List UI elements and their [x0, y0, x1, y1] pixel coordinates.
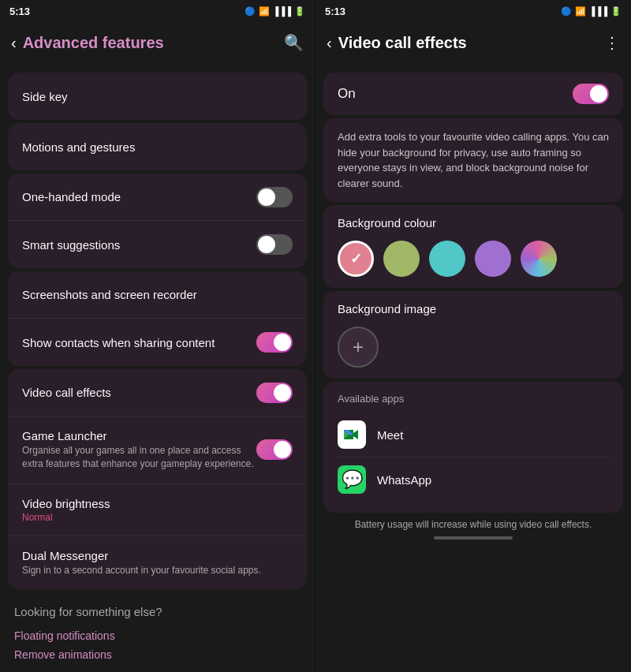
setting-item-motions[interactable]: Motions and gestures: [8, 123, 307, 170]
dual-messenger-description: Sign in to a second account in your favo…: [22, 564, 293, 577]
setting-item-video-call-effects[interactable]: Video call effects: [8, 369, 307, 416]
motions-label: Motions and gestures: [22, 140, 293, 154]
smart-suggestions-label: Smart suggestions: [22, 238, 256, 252]
settings-group-2: Motions and gestures: [8, 123, 307, 170]
status-icons-left: 🔵 📶 ▐▐▐ 🔋: [245, 6, 305, 17]
settings-group-3: One-handed mode Smart suggestions: [8, 174, 307, 268]
scroll-indicator-right: [434, 536, 513, 539]
dual-messenger-label: Dual Messenger: [22, 549, 293, 562]
settings-group-5: Video call effects Game Launcher Organis…: [8, 369, 307, 589]
whatsapp-app-icon: 💬: [338, 465, 366, 494]
settings-scroll-left[interactable]: Side key Motions and gestures One-handed…: [0, 63, 315, 672]
setting-item-game-launcher[interactable]: Game Launcher Organise all your games al…: [8, 416, 307, 484]
status-bar-left: 5:13 🔵 📶 ▐▐▐ 🔋: [0, 0, 315, 22]
top-bar-right: ‹ Video call effects ⋮: [316, 22, 631, 63]
game-launcher-description: Organise all your games all in one place…: [22, 444, 256, 471]
on-toggle[interactable]: [573, 84, 609, 104]
screenshots-label: Screenshots and screen recorder: [22, 288, 293, 301]
smart-suggestions-toggle[interactable]: [256, 234, 293, 255]
show-contacts-label: Show contacts when sharing content: [22, 336, 256, 349]
settings-scroll-right[interactable]: On Add extra tools to your favourite vid…: [316, 63, 631, 672]
game-launcher-toggle[interactable]: [256, 439, 293, 460]
floating-notifications-link[interactable]: Floating notifications: [14, 626, 301, 645]
color-circle-purple[interactable]: [475, 241, 511, 277]
wifi-icon: 📶: [259, 6, 270, 17]
available-apps-section: Available apps Meet: [323, 382, 623, 513]
one-handed-label: One-handed mode: [22, 190, 256, 203]
color-circles-row: ✓: [338, 241, 609, 277]
looking-title: Looking for something else?: [14, 605, 301, 618]
app-item-meet[interactable]: Meet: [338, 413, 609, 457]
settings-group-4: Screenshots and screen recorder Show con…: [8, 271, 307, 366]
back-button-right[interactable]: ‹: [327, 34, 332, 52]
signal-icon-r: ▐▐▐: [589, 6, 607, 16]
signal-icon: ▐▐▐: [273, 6, 291, 16]
background-colour-title: Background colour: [338, 216, 609, 230]
top-bar-left: ‹ Advanced features 🔍: [0, 22, 315, 63]
status-icons-right: 🔵 📶 ▐▐▐ 🔋: [561, 6, 622, 17]
color-circle-pink[interactable]: ✓: [338, 241, 374, 277]
bluetooth-icon: 🔵: [245, 6, 256, 17]
add-image-button[interactable]: +: [338, 327, 379, 368]
more-options-button[interactable]: ⋮: [604, 33, 620, 52]
color-circle-olive[interactable]: [383, 241, 420, 277]
whatsapp-app-name: WhatsApp: [377, 473, 431, 487]
on-row: On: [323, 73, 623, 115]
on-label: On: [338, 86, 356, 102]
back-button-left[interactable]: ‹: [11, 34, 17, 52]
background-image-section: Background image +: [323, 291, 623, 379]
video-brightness-label: Video brightness: [22, 497, 293, 510]
right-panel: 5:13 🔵 📶 ▐▐▐ 🔋 ‹ Video call effects ⋮ On…: [316, 0, 631, 672]
battery-icon: 🔋: [294, 6, 305, 17]
status-time-right: 5:13: [325, 6, 345, 17]
app-item-whatsapp[interactable]: 💬 WhatsApp: [338, 457, 609, 502]
check-icon: ✓: [350, 250, 362, 267]
video-brightness-sublabel: Normal: [22, 512, 293, 523]
bluetooth-icon-r: 🔵: [561, 6, 572, 17]
setting-item-smart-suggestions[interactable]: Smart suggestions: [8, 221, 307, 268]
show-contacts-toggle[interactable]: [256, 332, 293, 353]
video-call-effects-toggle[interactable]: [256, 383, 293, 403]
meet-app-name: Meet: [377, 428, 403, 442]
settings-group-1: Side key: [8, 73, 307, 120]
background-colour-section: Background colour ✓: [323, 205, 623, 288]
one-handed-toggle[interactable]: [256, 187, 293, 207]
plus-icon: +: [353, 336, 364, 358]
status-time-left: 5:13: [9, 6, 30, 17]
setting-item-show-contacts[interactable]: Show contacts when sharing content: [8, 319, 307, 366]
side-key-label: Side key: [22, 90, 293, 103]
game-launcher-label: Game Launcher: [22, 429, 256, 442]
meet-app-icon: [338, 420, 366, 449]
setting-item-video-brightness[interactable]: Video brightness Normal: [8, 484, 307, 536]
setting-item-one-handed[interactable]: One-handed mode: [8, 174, 307, 221]
battery-warning: Battery usage will increase while using …: [330, 519, 617, 530]
setting-item-side-key[interactable]: Side key: [8, 73, 307, 120]
background-image-title: Background image: [338, 302, 609, 315]
left-panel: 5:13 🔵 📶 ▐▐▐ 🔋 ‹ Advanced features 🔍 Sid…: [0, 0, 316, 672]
video-call-effects-label: Video call effects: [22, 386, 256, 399]
setting-item-dual-messenger[interactable]: Dual Messenger Sign in to a second accou…: [8, 536, 307, 590]
battery-icon-r: 🔋: [610, 6, 622, 17]
wifi-icon-r: 📶: [575, 6, 586, 17]
status-bar-right: 5:13 🔵 📶 ▐▐▐ 🔋: [316, 0, 631, 22]
available-apps-label: Available apps: [338, 393, 609, 405]
search-button-left[interactable]: 🔍: [284, 33, 304, 52]
looking-for-section: Looking for something else? Floating not…: [0, 592, 315, 667]
color-circle-gradient[interactable]: [521, 241, 557, 277]
page-title-left: Advanced features: [23, 34, 284, 52]
description-box: Add extra tools to your favourite video …: [323, 118, 623, 202]
color-circle-teal[interactable]: [429, 241, 465, 277]
remove-animations-link[interactable]: Remove animations: [14, 645, 301, 664]
setting-item-screenshots[interactable]: Screenshots and screen recorder: [8, 271, 307, 319]
page-title-right: Video call effects: [338, 34, 604, 52]
